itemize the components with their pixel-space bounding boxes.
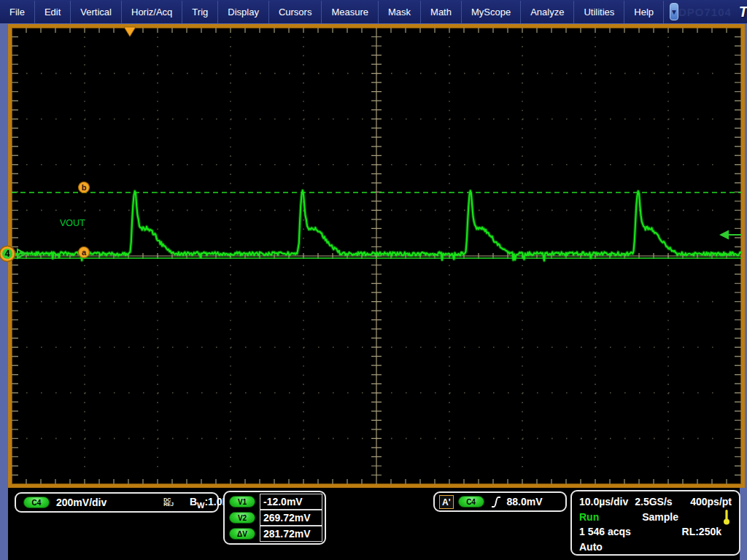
cursor-v2-value: 269.72mV (260, 510, 322, 526)
cursor-delta-value: 281.72mV (260, 526, 322, 542)
menu-item-horiz-acq[interactable]: Horiz/Acq (122, 1, 182, 23)
acquisition-count: 1 546 acqs (579, 526, 631, 537)
trigger-level-arrow[interactable] (719, 230, 729, 240)
menu-bar: FileEditVerticalHoriz/AcqTrigDisplayCurs… (0, 0, 747, 23)
channel-4-badge-label: 4 (5, 249, 10, 259)
horizontal-row-4: Auto (579, 540, 732, 554)
cursor-v2-pill[interactable]: V2 (229, 512, 255, 524)
cursor-readout[interactable]: V1 -12.0mV V2 269.72mV ΔV 281.72mV (223, 491, 326, 545)
trigger-mode: Auto (579, 541, 603, 553)
menu-overflow-button[interactable]: ▼ (670, 3, 678, 20)
acquisition-state: Run (579, 511, 599, 523)
record-length: RL:250k (682, 526, 721, 537)
waveform-display-panel: baVOUT4 (8, 24, 745, 488)
vertical-readout[interactable]: C4 200mV/div DC REJ BW:1.0M (15, 492, 219, 513)
trace-label-vout: VOUT (60, 218, 85, 228)
sample-rate-value: 2.5GS/s (635, 496, 672, 508)
menu-item-cursors[interactable]: Cursors (269, 1, 322, 23)
menu-item-analyze[interactable]: Analyze (521, 1, 574, 23)
tek-logo: Tek (739, 4, 747, 20)
menu-item-file[interactable]: File (0, 1, 35, 23)
coupling-indicator: DC REJ (163, 498, 174, 507)
menu-item-measure[interactable]: Measure (322, 1, 379, 23)
cursor-delta-pill[interactable]: ΔV (229, 528, 255, 540)
waveform-display[interactable]: baVOUT4 (12, 28, 741, 484)
channel-pill-c4[interactable]: C4 (23, 497, 50, 508)
cursor-v1-value: -12.0mV (260, 494, 322, 510)
rising-edge-icon (490, 495, 502, 509)
cursor-a-label: a (82, 248, 87, 257)
cursor-v1-row: V1 -12.0mV (229, 494, 325, 510)
thermometer-icon (723, 509, 730, 525)
menu-item-edit[interactable]: Edit (35, 1, 71, 23)
horizontal-readout[interactable]: 10.0µs/div 2.5GS/s 400ps/pt Run Sample 1… (570, 490, 740, 556)
acquisition-mode: Sample (642, 511, 678, 523)
chevron-down-icon: ▼ (670, 8, 678, 16)
cursor-b-label: b (82, 183, 87, 192)
menu-item-myscope[interactable]: MyScope (462, 1, 521, 23)
cursor-delta-row: ΔV 281.72mV (229, 526, 325, 542)
cursor-v2-row: V2 269.72mV (229, 510, 325, 526)
menu-item-vertical[interactable]: Vertical (71, 1, 122, 23)
menu-item-utilities[interactable]: Utilities (574, 1, 624, 23)
menu-item-mask[interactable]: Mask (379, 1, 421, 23)
trigger-source-badge: A' (439, 495, 454, 509)
horizontal-row-1: 10.0µs/div 2.5GS/s 400ps/pt (579, 494, 732, 509)
menu-item-trig[interactable]: Trig (182, 1, 218, 23)
trigger-channel-pill[interactable]: C4 (458, 496, 484, 508)
menu-item-help[interactable]: Help (624, 1, 664, 23)
menu-item-display[interactable]: Display (218, 1, 269, 23)
coupling-line2: REJ (163, 502, 174, 507)
cursor-v1-pill[interactable]: V1 (229, 496, 255, 508)
trigger-position-marker[interactable] (124, 27, 136, 36)
vertical-scale: 200mV/div (56, 497, 107, 508)
horizontal-row-2: Run Sample (579, 509, 732, 524)
trigger-level-value: 88.0mV (507, 496, 543, 508)
timebase-value: 10.0µs/div (579, 496, 628, 508)
horizontal-row-3: 1 546 acqs RL:250k (579, 524, 732, 539)
trigger-readout[interactable]: A' C4 88.0mV (433, 491, 567, 512)
menu-item-math[interactable]: Math (421, 1, 462, 23)
readout-bar: C4 200mV/div DC REJ BW:1.0M V1 -12.0mV V… (8, 488, 740, 560)
resolution-value: 400ps/pt (690, 496, 732, 508)
model-label: DPO7104 (678, 6, 732, 18)
